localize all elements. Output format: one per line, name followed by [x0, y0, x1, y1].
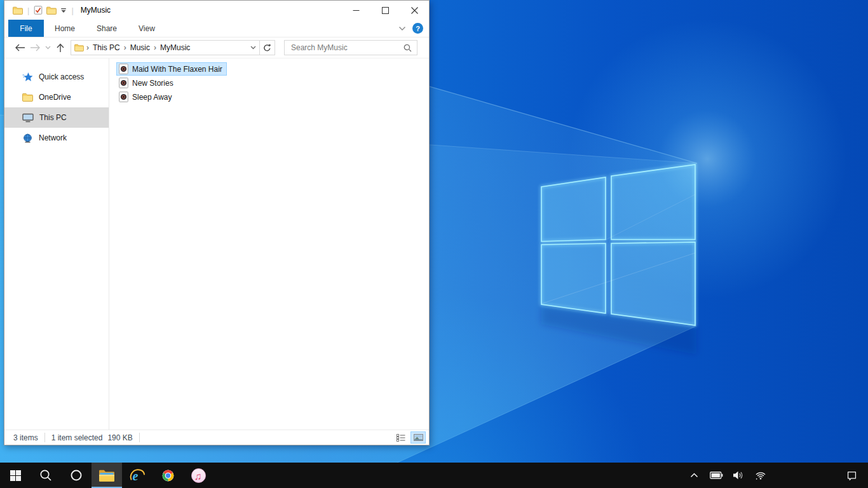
details-view-icon: [397, 434, 405, 442]
search-icon[interactable]: [403, 44, 412, 52]
breadcrumb-chevron[interactable]: ›: [121, 43, 129, 52]
tab-share[interactable]: Share: [86, 20, 128, 37]
network-globe-icon: [22, 133, 33, 143]
breadcrumb-music[interactable]: Music: [129, 43, 151, 52]
properties-check-icon: [34, 6, 43, 15]
chrome-button[interactable]: [153, 463, 183, 488]
internet-explorer-icon: e: [129, 467, 146, 484]
file-explorer-window: | | MyMusic: [4, 0, 430, 445]
separator: |: [71, 6, 73, 15]
tab-file[interactable]: File: [8, 20, 44, 37]
sidebar-item-quick-access[interactable]: Quick access: [4, 67, 109, 87]
back-arrow-icon: [15, 44, 25, 51]
desktop: | | MyMusic: [0, 0, 868, 488]
refresh-button[interactable]: [260, 40, 275, 55]
file-row[interactable]: New Stories: [116, 76, 178, 90]
itunes-button[interactable]: ♫: [183, 463, 214, 488]
address-bar[interactable]: › This PC › Music › MyMusic: [71, 40, 260, 55]
svg-text:e: e: [133, 469, 139, 483]
taskbar-search-icon: [39, 469, 52, 482]
chevron-up-icon: [690, 473, 698, 478]
tab-home[interactable]: Home: [44, 20, 86, 37]
action-center-button[interactable]: [843, 463, 860, 488]
maximize-button[interactable]: [370, 1, 400, 20]
cortana-icon: [70, 469, 83, 482]
status-selection-size: 190 KB: [107, 433, 132, 442]
start-button[interactable]: [0, 463, 31, 488]
taskbar-file-explorer-button[interactable]: [92, 463, 122, 488]
new-folder-button[interactable]: [44, 3, 58, 17]
explorer-window-icon: [11, 3, 25, 17]
volume-button[interactable]: [729, 463, 747, 488]
recent-locations-button[interactable]: [43, 40, 53, 55]
chrome-icon: [160, 468, 176, 484]
status-selection: 1 item selected: [51, 433, 103, 442]
onedrive-folder-icon: [22, 93, 33, 102]
svg-text:♫: ♫: [194, 470, 201, 481]
sidebar-item-label: Network: [39, 133, 67, 142]
sidebar-item-network[interactable]: Network: [4, 128, 109, 148]
sidebar-item-label: This PC: [39, 113, 67, 122]
thumbnails-view-icon: [414, 434, 423, 441]
taskbar: e ♫: [0, 463, 868, 488]
navigation-pane: Quick access OneDrive This PC: [4, 58, 109, 430]
battery-button[interactable]: [707, 463, 725, 488]
sidebar-item-label: Quick access: [39, 72, 84, 81]
file-list[interactable]: Maid With The Flaxen Hair New Stories Sl…: [109, 58, 429, 430]
sidebar-item-onedrive[interactable]: OneDrive: [4, 87, 109, 107]
breadcrumb-chevron[interactable]: ›: [151, 43, 159, 52]
caption-buttons: [341, 1, 429, 20]
separator: [139, 433, 140, 442]
new-folder-icon: [46, 6, 57, 15]
navigation-toolbar: › This PC › Music › MyMusic: [4, 37, 429, 58]
itunes-icon: ♫: [191, 468, 207, 484]
system-tray: [685, 463, 868, 488]
show-hidden-icons-button[interactable]: [685, 463, 703, 488]
up-arrow-icon: [57, 43, 64, 53]
breadcrumb-this-pc[interactable]: This PC: [92, 43, 121, 52]
refresh-icon: [263, 44, 271, 52]
status-item-count: 3 items: [13, 433, 38, 442]
separator: |: [27, 6, 29, 15]
status-bar: 3 items 1 item selected 190 KB: [4, 430, 429, 445]
breadcrumb-chevron[interactable]: ›: [84, 43, 92, 52]
windows-start-icon: [10, 470, 21, 481]
properties-button[interactable]: [32, 3, 44, 17]
minimize-button[interactable]: [341, 1, 370, 20]
file-row[interactable]: Sleep Away: [116, 90, 177, 104]
cortana-button[interactable]: [61, 463, 92, 488]
breadcrumb-mymusic[interactable]: MyMusic: [159, 43, 191, 52]
thumbnails-view-button[interactable]: [410, 431, 426, 444]
window-title: MyMusic: [81, 6, 111, 15]
taskbar-search-button[interactable]: [31, 463, 61, 488]
up-button[interactable]: [53, 40, 68, 55]
customize-qat-button[interactable]: [58, 3, 69, 17]
close-icon: [411, 7, 418, 14]
wifi-button[interactable]: [752, 463, 770, 488]
wifi-icon: [754, 470, 767, 480]
file-explorer-icon: [98, 469, 115, 482]
internet-explorer-button[interactable]: e: [122, 463, 153, 488]
file-name: New Stories: [132, 79, 173, 88]
file-row[interactable]: Maid With The Flaxen Hair: [116, 62, 227, 76]
expand-ribbon-chevron-icon[interactable]: [398, 26, 406, 31]
close-button[interactable]: [400, 1, 429, 20]
sidebar-item-this-pc[interactable]: This PC: [4, 107, 109, 128]
forward-button[interactable]: [27, 40, 43, 55]
back-button[interactable]: [12, 40, 27, 55]
recent-locations-chevron-icon: [45, 46, 51, 50]
help-button[interactable]: ?: [412, 23, 423, 34]
search-box: [284, 40, 417, 55]
search-input[interactable]: [290, 43, 403, 53]
details-view-button[interactable]: [393, 431, 409, 444]
maximize-icon: [382, 7, 389, 14]
address-dropdown-button[interactable]: [250, 46, 256, 50]
forward-arrow-icon: [30, 44, 41, 51]
qat-dropdown-icon: [60, 8, 67, 13]
title-bar[interactable]: | | MyMusic: [4, 1, 429, 20]
audio-file-icon: [119, 92, 128, 102]
action-center-icon: [846, 470, 858, 482]
file-name: Sleep Away: [132, 93, 172, 102]
tab-view[interactable]: View: [128, 20, 166, 37]
speaker-icon: [733, 471, 744, 480]
